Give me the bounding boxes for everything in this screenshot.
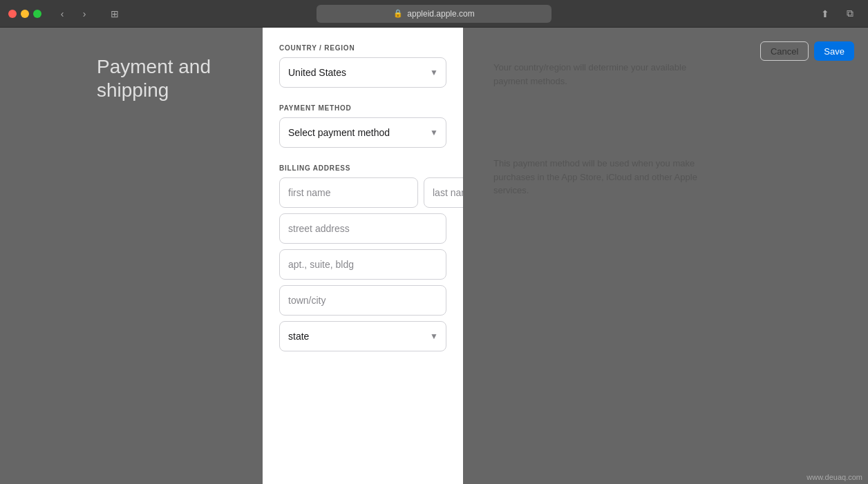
nav-buttons: ‹ ›: [53, 6, 94, 21]
forward-button[interactable]: ›: [75, 6, 94, 21]
save-button[interactable]: Save: [814, 41, 854, 61]
traffic-lights: [8, 10, 41, 18]
payment-method-label: PAYMENT METHOD: [279, 104, 446, 112]
state-select[interactable]: state: [279, 321, 446, 351]
url-text: appleid.apple.com: [407, 9, 474, 19]
left-sidebar: Payment and shipping: [0, 28, 263, 484]
last-name-input[interactable]: [424, 177, 463, 208]
back-button[interactable]: ‹: [53, 6, 72, 21]
page-title: Payment and shipping: [97, 55, 263, 101]
country-info-text: Your country/region will determine your …: [493, 61, 723, 88]
top-actions: Cancel Save: [760, 41, 854, 61]
page-content: Payment and shipping COUNTRY / REGION Un…: [0, 28, 868, 484]
lock-icon: 🔒: [393, 9, 403, 18]
country-region-label: COUNTRY / REGION: [279, 44, 446, 52]
tab-bar: ⊞: [105, 6, 124, 21]
sidebar-toggle[interactable]: ⊞: [105, 6, 124, 21]
address-bar[interactable]: 🔒 appleid.apple.com: [317, 5, 551, 23]
share-button[interactable]: ⬆: [815, 6, 835, 21]
payment-method-select[interactable]: Select payment method: [279, 117, 446, 148]
tabs-button[interactable]: ⧉: [840, 6, 860, 21]
apt-suite-input[interactable]: [279, 249, 446, 280]
form-panel: COUNTRY / REGION United States ▼ PAYMENT…: [263, 28, 463, 484]
fullscreen-button[interactable]: [33, 10, 41, 18]
right-info-panel: Your country/region will determine your …: [477, 28, 739, 214]
billing-address-label: BILLING ADDRESS: [279, 164, 446, 172]
browser-chrome: ‹ › ⊞ 🔒 appleid.apple.com ⬆ ⧉: [0, 0, 868, 28]
browser-actions: ⬆ ⧉: [815, 6, 860, 21]
country-select-wrapper: United States ▼: [279, 57, 446, 88]
payment-select-wrapper: Select payment method ▼: [279, 117, 446, 148]
minimize-button[interactable]: [21, 10, 29, 18]
address-bar-wrapper: 🔒 appleid.apple.com: [317, 5, 551, 23]
street-address-input[interactable]: [279, 213, 446, 244]
cancel-button[interactable]: Cancel: [760, 41, 809, 61]
payment-info-text: This payment method will be used when yo…: [493, 157, 723, 197]
watermark: www.deuaq.com: [806, 473, 862, 481]
name-row: [279, 177, 446, 208]
state-select-wrapper: state ▼: [279, 321, 446, 351]
close-button[interactable]: [8, 10, 17, 18]
country-select[interactable]: United States: [279, 57, 446, 88]
city-input[interactable]: [279, 285, 446, 316]
first-name-input[interactable]: [279, 177, 418, 208]
